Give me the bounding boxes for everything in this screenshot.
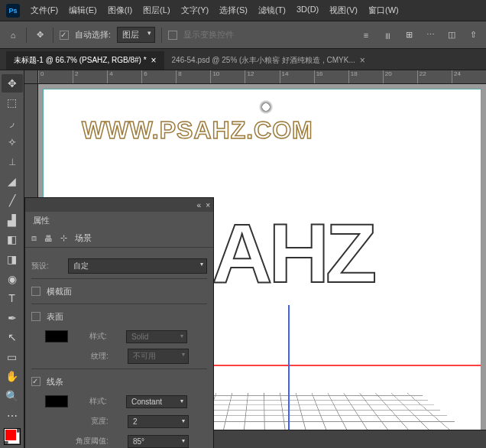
stamp-tool[interactable]: ▟	[2, 211, 23, 229]
angle-label: 角度阈值:	[76, 436, 122, 446]
more-icon[interactable]: ⋯	[423, 28, 437, 42]
align-icon-2[interactable]: ⫼	[381, 28, 394, 42]
menu-bar: 文件(F) 编辑(E) 图像(I) 图层(L) 文字(Y) 选择(S) 滤镜(T…	[26, 3, 403, 18]
app-icon: Ps	[6, 4, 20, 18]
shape-tool[interactable]: ▭	[2, 348, 23, 366]
color-swatches[interactable]	[4, 428, 21, 445]
crop-tool[interactable]: ⟂	[2, 152, 23, 170]
home-icon[interactable]: ⌂	[6, 28, 20, 42]
path-tool[interactable]: ↖	[2, 329, 23, 347]
line-color-swatch[interactable]	[45, 395, 68, 407]
lasso-tool[interactable]: ◞	[2, 113, 23, 131]
gradient-tool[interactable]: ◨	[2, 250, 23, 268]
align-icon-3[interactable]: ⊞	[402, 28, 416, 42]
close-icon[interactable]: ×	[360, 55, 365, 66]
ruler-tick: 2	[73, 70, 107, 83]
zoom-tool[interactable]: 🔍	[2, 387, 23, 405]
surface-style-dropdown[interactable]: Solid	[126, 330, 187, 343]
ruler-horizontal[interactable]: 0 2 4 6 8 10 12 14 16 18 20 22 24	[38, 70, 486, 84]
brush-tool[interactable]: ╱	[2, 191, 23, 209]
3d-text-object[interactable]: AHZ	[212, 204, 373, 301]
tab-label: 未标题-1 @ 66.7% (PSAHZ, RGB/8#) *	[14, 55, 147, 66]
surface-label: 表面	[47, 311, 63, 323]
menu-select[interactable]: 选择(S)	[215, 3, 252, 18]
surface-color-swatch[interactable]	[45, 330, 68, 342]
line-style-dropdown[interactable]: Constant	[126, 395, 187, 408]
style-label: 样式:	[89, 396, 120, 407]
type-tool[interactable]: T	[2, 289, 23, 307]
ruler-tick: 24	[452, 70, 486, 83]
watermark-text: WWW.PSAHZ.COM	[82, 116, 313, 144]
auto-select-checkbox[interactable]	[60, 31, 69, 40]
menu-view[interactable]: 视图(V)	[325, 3, 362, 18]
ruler-tick: 16	[314, 70, 348, 83]
collapse-icon[interactable]: «	[197, 201, 202, 209]
cross-section-label: 横截面	[47, 286, 72, 297]
3d-print-icon[interactable]: 🖶	[44, 234, 53, 243]
transform-label: 显示变换控件	[183, 29, 234, 41]
menu-3d[interactable]: 3D(D)	[292, 3, 323, 18]
ruler-tick: 8	[176, 70, 210, 83]
texture-label: 纹理:	[91, 351, 122, 362]
scene-label: 场景	[75, 232, 92, 244]
smudge-tool[interactable]: ◉	[2, 270, 23, 288]
ruler-tick: 22	[417, 70, 452, 83]
wand-tool[interactable]: ✧	[2, 133, 23, 151]
align-icon-1[interactable]: ≡	[359, 28, 373, 42]
preset-label: 预设:	[31, 261, 62, 271]
menu-image[interactable]: 图像(I)	[103, 3, 137, 18]
menu-layer[interactable]: 图层(L)	[138, 3, 174, 18]
ruler-tick: 4	[107, 70, 141, 83]
auto-select-label: 自动选择:	[75, 29, 111, 41]
line-label: 线条	[47, 376, 63, 388]
preset-dropdown[interactable]: 自定	[68, 258, 207, 274]
eyedropper-tool[interactable]: ◢	[2, 172, 23, 190]
ruler-tick: 10	[210, 70, 245, 83]
tab-246-54[interactable]: 246-54.psd @ 25% (永丰小粮窖 好酒纯粮造 , CMYK... …	[164, 51, 373, 70]
move-tool-icon[interactable]: ✥	[33, 28, 47, 42]
hand-tool[interactable]: ✋	[2, 368, 23, 386]
cross-section-checkbox[interactable]	[31, 287, 40, 296]
ruler-tick: 14	[280, 70, 314, 83]
close-icon[interactable]: ×	[151, 55, 157, 66]
layer-dropdown[interactable]: 图层	[117, 27, 155, 43]
menu-edit[interactable]: 编辑(E)	[64, 3, 102, 18]
menu-file[interactable]: 文件(F)	[26, 3, 63, 18]
foreground-color[interactable]	[5, 429, 17, 441]
menu-window[interactable]: 窗口(W)	[364, 3, 403, 18]
tab-label: 246-54.psd @ 25% (永丰小粮窖 好酒纯粮造 , CMYK...	[172, 55, 355, 66]
menu-type[interactable]: 文字(Y)	[177, 3, 214, 18]
move-tool[interactable]: ✥	[2, 74, 23, 93]
3d-mode-icon[interactable]: ◫	[445, 28, 458, 42]
ruler-tick: 18	[348, 70, 383, 83]
ruler-tick: 12	[245, 70, 279, 83]
menu-filter[interactable]: 滤镜(T)	[254, 3, 290, 18]
3d-coord-icon[interactable]: ⊹	[60, 233, 67, 243]
pen-tool[interactable]: ✒	[2, 309, 23, 327]
panel-tab-properties[interactable]: 属性	[25, 212, 213, 229]
ruler-corner	[24, 70, 38, 84]
line-checkbox[interactable]	[31, 377, 40, 386]
properties-panel: « × 属性 ⧈ 🖶 ⊹ 场景 预设: 自定 横截面 表面 样式: Solid …	[24, 197, 214, 448]
ruler-tick: 20	[383, 70, 417, 83]
style-label: 样式:	[89, 331, 120, 342]
document-tabs: 未标题-1 @ 66.7% (PSAHZ, RGB/8#) * × 246-54…	[0, 49, 486, 70]
ruler-tick: 0	[38, 70, 73, 83]
tab-untitled[interactable]: 未标题-1 @ 66.7% (PSAHZ, RGB/8#) * ×	[6, 51, 164, 70]
width-label: 宽度:	[91, 416, 122, 427]
3d-light-marker[interactable]	[258, 99, 274, 115]
3d-axis-z	[288, 305, 290, 443]
edit-toolbar[interactable]: ⋯	[2, 407, 23, 425]
surface-texture-dropdown[interactable]: 不可用	[128, 349, 189, 364]
surface-checkbox[interactable]	[31, 312, 40, 321]
transform-checkbox[interactable]	[168, 31, 177, 40]
share-icon[interactable]: ⇧	[466, 28, 480, 42]
line-width-field[interactable]: 2	[128, 415, 189, 428]
close-icon[interactable]: ×	[206, 201, 210, 209]
ruler-tick: 6	[141, 70, 176, 83]
marquee-tool[interactable]: ⬚	[2, 94, 23, 112]
eraser-tool[interactable]: ◧	[2, 231, 23, 249]
angle-threshold-field[interactable]: 85°	[128, 435, 189, 448]
toolbox: ✥ ⬚ ◞ ✧ ⟂ ◢ ╱ ▟ ◧ ◨ ◉ T ✒ ↖ ▭ ✋ 🔍 ⋯	[0, 70, 24, 448]
3d-mesh-icon[interactable]: ⧈	[31, 233, 37, 243]
